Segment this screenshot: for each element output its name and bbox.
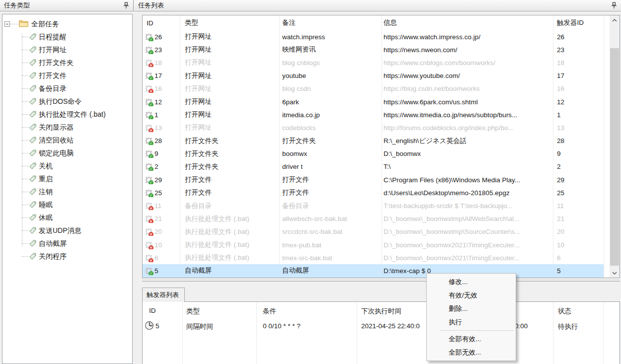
- task-row[interactable]: ✓12打开网址6parkhttps://www.6park.com/us.sht…: [143, 95, 604, 108]
- tree-item-label[interactable]: 注销: [39, 185, 53, 198]
- tree-item[interactable]: 执行批处理文件 (.bat): [2, 108, 132, 121]
- tree-item[interactable]: 清空回收站: [2, 134, 132, 146]
- column-separator[interactable]: [553, 302, 553, 364]
- tree-item[interactable]: 睡眠: [2, 198, 132, 211]
- task-row[interactable]: ✓23打开网址映维网资讯https://news.nweon.com/23: [143, 43, 604, 56]
- context-menu-item[interactable]: 全部有效...: [427, 332, 516, 346]
- tree-item-label[interactable]: 睡眠: [39, 198, 53, 211]
- tree-item-label[interactable]: 关机: [39, 159, 53, 172]
- tree-item[interactable]: 注销: [2, 185, 132, 198]
- task-row[interactable]: ✓1打开网址itmedia.co.jphttps://www.itmedia.c…: [143, 108, 604, 121]
- tree-item-label[interactable]: 打开文件夹: [39, 56, 74, 69]
- horizontal-splitter[interactable]: [142, 280, 620, 282]
- tree-item[interactable]: 执行DOS命令: [2, 95, 132, 108]
- task-row[interactable]: ×18打开网址blog cnblogshttps://www.cnblogs.c…: [143, 56, 604, 69]
- column-separator[interactable]: [256, 302, 257, 364]
- tree-item-label[interactable]: 日程提醒: [39, 30, 67, 43]
- task-row[interactable]: ×21执行批处理文件 (.bat)allwebsch-src-bak.batD:…: [143, 213, 604, 225]
- task-cell-info: R:\_english\ビジネス英会話: [382, 137, 553, 146]
- task-row[interactable]: ×16打开网址blog csdnhttps://blog.csdn.net/bo…: [143, 82, 604, 95]
- tree-root-all-tasks[interactable]: 全部任务: [2, 17, 132, 30]
- vertical-scrollbar[interactable]: [610, 15, 620, 278]
- tree-item[interactable]: 打开文件: [2, 69, 132, 82]
- column-header-trigger-id[interactable]: 触发器ID: [553, 18, 604, 27]
- tree-item-label[interactable]: 锁定此电脑: [39, 146, 74, 159]
- tree-item-label[interactable]: 执行批处理文件 (.bat): [39, 108, 106, 121]
- column-header-id[interactable]: ID: [149, 307, 156, 314]
- tree-item[interactable]: 备份目录: [2, 82, 132, 95]
- column-separator[interactable]: [603, 302, 604, 364]
- tree-item[interactable]: 重启: [2, 172, 132, 185]
- task-row[interactable]: ×13打开网址codeblockshttp://forums.codeblock…: [143, 121, 604, 134]
- task-row[interactable]: ×6执行批处理文件 (.bat)tmex-src-bak.batD:\_boom…: [143, 251, 604, 264]
- column-header-id[interactable]: ID: [143, 19, 180, 27]
- tree-item[interactable]: 日程提醒: [2, 30, 132, 43]
- column-separator[interactable]: [604, 15, 604, 278]
- column-separator[interactable]: [357, 302, 357, 364]
- context-menu-item[interactable]: 修改...: [427, 275, 516, 289]
- tree-item-label[interactable]: 备份目录: [39, 82, 67, 95]
- tree-item-label[interactable]: 关闭显示器: [39, 121, 74, 134]
- task-cell-id: ✓23: [143, 46, 180, 54]
- tree-item[interactable]: 关闭程序: [2, 250, 132, 263]
- tree-item-label[interactable]: 自动截屏: [39, 237, 67, 250]
- column-header-type[interactable]: 类型: [180, 18, 279, 27]
- folder-icon: [19, 19, 28, 29]
- task-row[interactable]: ✓25打开文件打开文件d:\Users\Leo\Desktop\memo-201…: [143, 186, 604, 199]
- trigger-list-tab[interactable]: 触发器列表: [142, 288, 185, 302]
- tree-root-label[interactable]: 全部任务: [31, 17, 59, 30]
- task-row[interactable]: ✓9打开文件夹boomwxD:\_boomwx9: [143, 147, 604, 160]
- tree-item-label[interactable]: 打开文件: [39, 69, 67, 82]
- task-id: 28: [155, 137, 162, 145]
- tree-item-label[interactable]: 关闭程序: [39, 250, 67, 263]
- context-menu-item[interactable]: 全部无效...: [427, 346, 516, 359]
- tree-item-label[interactable]: 休眠: [39, 211, 53, 224]
- task-id: 1: [155, 111, 158, 119]
- pin-icon[interactable]: [123, 2, 129, 9]
- context-menu-item[interactable]: 有效/无效: [427, 289, 516, 302]
- tree-item[interactable]: 发送UDP消息: [2, 224, 132, 237]
- tree-item-label[interactable]: 打开网址: [39, 43, 67, 56]
- scroll-down-button[interactable]: [610, 268, 620, 278]
- scroll-up-button[interactable]: [610, 15, 620, 25]
- tree-item[interactable]: 休眠: [2, 211, 132, 224]
- tree-item-label[interactable]: 执行DOS命令: [39, 95, 81, 108]
- task-row[interactable]: ✓17打开网址youtubehttps://www.youtube.com/17: [143, 70, 604, 82]
- tree-item-label[interactable]: 清空回收站: [39, 134, 74, 146]
- task-table-body: ✓26打开网址watch.impresshttps://www.watch.im…: [143, 30, 620, 278]
- tree-item[interactable]: 打开网址: [2, 43, 132, 56]
- task-row[interactable]: ✓28打开文件夹打开文件夹R:\_english\ビジネス英会話28: [143, 135, 604, 147]
- task-row[interactable]: ✓29打开文件打开文件C:\Program Files (x86)\Window…: [143, 173, 604, 186]
- task-row[interactable]: ×10执行批处理文件 (.bat)tmex-pub.batD:\_boomwx\…: [143, 238, 604, 251]
- gear-task-icon: ×: [145, 254, 153, 262]
- task-list-panel-title: 任务列表: [138, 1, 164, 10]
- tree-item-label[interactable]: 发送UDP消息: [39, 224, 81, 237]
- context-menu-item[interactable]: 删除...: [427, 302, 516, 315]
- task-row[interactable]: ✓26打开网址watch.impresshttps://www.watch.im…: [143, 30, 604, 43]
- tree-item[interactable]: 关机: [2, 159, 132, 172]
- trigger-type: 间隔时间: [186, 322, 213, 331]
- tree-item[interactable]: 锁定此电脑: [2, 146, 132, 159]
- task-cell-type: 打开网址: [180, 32, 279, 41]
- column-header-condition[interactable]: 条件: [263, 307, 276, 316]
- task-row[interactable]: ✓5自动截屏自动截屏D:\tmex-cap $ 05: [143, 264, 604, 277]
- tree-item[interactable]: 关闭显示器: [2, 121, 132, 134]
- task-row[interactable]: ✓2打开文件夹driver tT:\2: [143, 160, 604, 173]
- tree-collapse-icon[interactable]: [4, 21, 10, 27]
- column-header-next-time[interactable]: 下次执行时间: [361, 307, 401, 316]
- tree-item-label[interactable]: 重启: [39, 172, 53, 185]
- task-cell-info: https://blog.csdn.net/boomworks: [382, 85, 553, 92]
- pin-icon[interactable]: [611, 2, 617, 9]
- column-header-note[interactable]: 备注: [279, 18, 382, 27]
- column-header-status[interactable]: 状态: [558, 307, 571, 316]
- task-cell-note: boomwx: [279, 150, 382, 157]
- tree-item[interactable]: 打开文件夹: [2, 56, 132, 69]
- column-header-type[interactable]: 类型: [186, 307, 200, 316]
- column-separator[interactable]: [182, 302, 183, 364]
- task-row[interactable]: ×11备份目录备份目录T:\test-backupjob-srcdir $ T:…: [143, 199, 604, 212]
- column-header-info[interactable]: 信息: [382, 18, 553, 27]
- context-menu-item[interactable]: 执行: [427, 315, 516, 329]
- tree-item[interactable]: 自动截屏: [2, 237, 132, 250]
- task-row[interactable]: ×20执行批处理文件 (.bat)srccdcnt-src-bak.batD:\…: [143, 225, 604, 238]
- scrollbar-thumb[interactable]: [610, 48, 619, 266]
